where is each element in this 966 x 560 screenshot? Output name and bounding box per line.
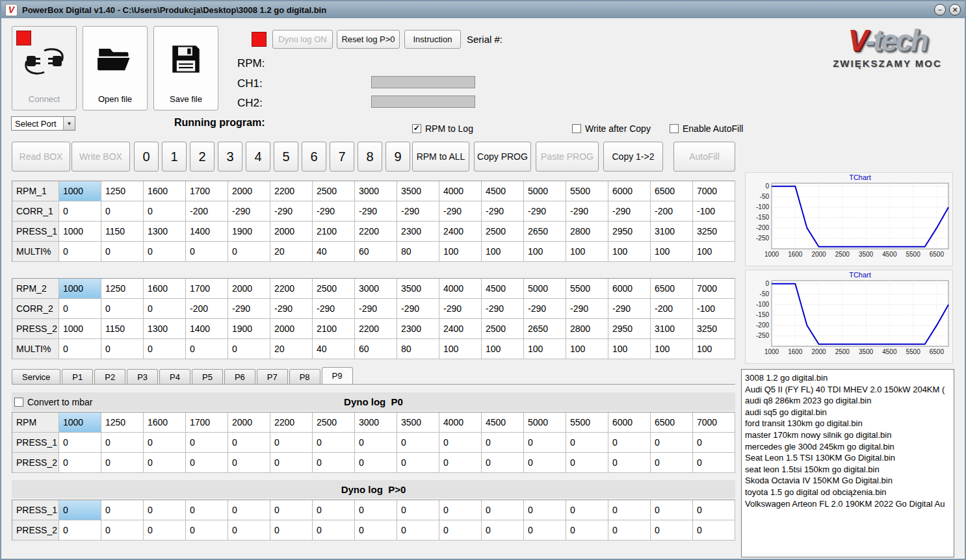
value-cell[interactable]: 3250 xyxy=(693,319,735,339)
value-cell[interactable]: 0 xyxy=(186,453,228,473)
value-cell[interactable]: 0 xyxy=(144,500,186,520)
value-cell[interactable]: 0 xyxy=(651,453,693,473)
value-cell[interactable]: 1600 xyxy=(144,181,186,201)
close-button[interactable]: ✕ xyxy=(949,4,961,16)
value-cell[interactable]: 2200 xyxy=(270,181,313,201)
value-cell[interactable]: 4500 xyxy=(482,181,524,201)
value-cell[interactable]: 0 xyxy=(228,500,270,520)
value-cell[interactable]: 0 xyxy=(608,520,651,541)
value-cell[interactable]: 0 xyxy=(101,242,144,262)
value-cell[interactable]: 0 xyxy=(144,201,186,222)
value-cell[interactable]: 20 xyxy=(270,242,313,262)
file-list-item[interactable]: Volkswagen Arteon FL 2.0 190KM 2022 Go D… xyxy=(745,498,950,510)
value-cell[interactable]: 0 xyxy=(186,500,228,520)
value-cell[interactable]: 0 xyxy=(59,339,101,359)
dyno-log-on-button[interactable]: Dyno log ON xyxy=(272,30,333,49)
value-cell[interactable]: 0 xyxy=(270,500,313,520)
value-cell[interactable]: 0 xyxy=(355,500,397,520)
value-cell[interactable]: 100 xyxy=(566,242,608,262)
tab-p6[interactable]: P6 xyxy=(224,369,255,384)
value-cell[interactable]: 100 xyxy=(651,242,693,262)
file-list-item[interactable]: toyota 1.5 go digital od obciążenia.bin xyxy=(745,487,950,498)
value-cell[interactable]: 2950 xyxy=(608,222,651,242)
file-list-item[interactable]: Audi Q5 II (FY FL) 40 TDI MHEV 2.0 150kW… xyxy=(745,384,950,396)
value-cell[interactable]: 0 xyxy=(59,453,101,473)
value-cell[interactable]: 6000 xyxy=(608,279,651,299)
value-cell[interactable]: 0 xyxy=(144,299,186,319)
value-cell[interactable]: 2200 xyxy=(355,222,397,242)
value-cell[interactable]: 0 xyxy=(101,339,144,359)
value-cell[interactable]: 2000 xyxy=(270,319,313,339)
enable-autofill-checkbox[interactable]: Enable AutoFill xyxy=(670,123,743,134)
value-cell[interactable]: 0 xyxy=(693,520,735,541)
value-cell[interactable]: 5500 xyxy=(566,181,608,201)
value-cell[interactable]: 3000 xyxy=(355,413,397,433)
value-cell[interactable]: 0 xyxy=(101,500,144,520)
value-cell[interactable]: 0 xyxy=(439,453,482,473)
value-cell[interactable]: 7000 xyxy=(693,181,735,201)
value-cell[interactable]: 3250 xyxy=(693,222,735,242)
value-cell[interactable]: -290 xyxy=(313,299,355,319)
value-cell[interactable]: 0 xyxy=(566,453,608,473)
rpm-to-all-button[interactable]: RPM to ALL xyxy=(412,142,469,172)
value-cell[interactable]: 0 xyxy=(228,453,270,473)
value-cell[interactable]: 0 xyxy=(228,242,270,262)
value-cell[interactable]: 0 xyxy=(228,433,270,453)
convert-to-mbar-checkbox[interactable]: Convert to mbar xyxy=(14,397,92,407)
value-cell[interactable]: 0 xyxy=(144,433,186,453)
value-cell[interactable]: 1250 xyxy=(101,181,144,201)
value-cell[interactable]: 4000 xyxy=(439,413,482,433)
value-cell[interactable]: 2200 xyxy=(355,319,397,339)
connect-button[interactable]: Connect xyxy=(12,26,77,110)
write-after-copy-checkbox[interactable]: Write after Copy xyxy=(572,123,651,134)
tab-p3[interactable]: P3 xyxy=(127,369,158,384)
value-cell[interactable]: 0 xyxy=(270,453,313,473)
value-cell[interactable]: 0 xyxy=(482,453,524,473)
value-cell[interactable]: 80 xyxy=(397,242,439,262)
value-cell[interactable]: 0 xyxy=(439,433,482,453)
value-cell[interactable]: -290 xyxy=(566,299,608,319)
value-cell[interactable]: -290 xyxy=(355,299,397,319)
instruction-button[interactable]: Instruction xyxy=(404,30,461,49)
tab-p9[interactable]: P9 xyxy=(322,367,353,384)
tab-service[interactable]: Service xyxy=(12,369,60,384)
value-cell[interactable]: 5000 xyxy=(524,181,566,201)
value-cell[interactable]: 2800 xyxy=(566,319,608,339)
tab-p7[interactable]: P7 xyxy=(257,369,288,384)
value-cell[interactable]: 1300 xyxy=(144,319,186,339)
value-cell[interactable]: 100 xyxy=(608,242,651,262)
digit-button-5[interactable]: 5 xyxy=(274,142,298,172)
value-cell[interactable]: 7000 xyxy=(693,413,735,433)
value-cell[interactable]: 3100 xyxy=(651,319,693,339)
value-cell[interactable]: 0 xyxy=(270,433,313,453)
value-cell[interactable]: 0 xyxy=(566,520,608,541)
value-cell[interactable]: 0 xyxy=(651,433,693,453)
value-cell[interactable]: 2300 xyxy=(397,319,439,339)
value-cell[interactable]: 0 xyxy=(397,453,439,473)
value-cell[interactable]: 2200 xyxy=(270,413,313,433)
value-cell[interactable]: 0 xyxy=(101,433,144,453)
value-cell[interactable]: 0 xyxy=(101,201,144,222)
value-cell[interactable]: 100 xyxy=(439,339,482,359)
value-cell[interactable]: 0 xyxy=(608,433,651,453)
value-cell[interactable]: 1600 xyxy=(144,279,186,299)
value-cell[interactable]: 0 xyxy=(524,500,566,520)
tab-p4[interactable]: P4 xyxy=(159,369,190,384)
value-cell[interactable]: 0 xyxy=(59,201,101,222)
value-cell[interactable]: 0 xyxy=(144,242,186,262)
value-cell[interactable]: 100 xyxy=(524,339,566,359)
value-cell[interactable]: 2000 xyxy=(228,181,270,201)
write-box-button[interactable]: Write BOX xyxy=(72,142,130,172)
value-cell[interactable]: -290 xyxy=(313,201,355,222)
value-cell[interactable]: 1150 xyxy=(101,222,144,242)
value-cell[interactable]: -290 xyxy=(439,299,482,319)
minimize-button[interactable]: − xyxy=(934,4,946,16)
value-cell[interactable]: 0 xyxy=(693,453,735,473)
value-cell[interactable]: 4000 xyxy=(439,279,482,299)
value-cell[interactable]: 0 xyxy=(186,520,228,541)
value-cell[interactable]: 2100 xyxy=(313,319,355,339)
value-cell[interactable]: 3500 xyxy=(397,181,439,201)
value-cell[interactable]: -290 xyxy=(608,299,651,319)
value-cell[interactable]: -290 xyxy=(524,299,566,319)
value-cell[interactable]: 1250 xyxy=(101,279,144,299)
